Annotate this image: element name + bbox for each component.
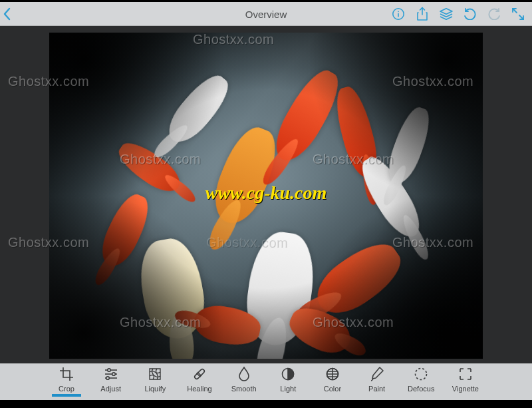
tool-label: Smooth xyxy=(231,385,257,393)
tool-label: Adjust xyxy=(100,385,121,393)
bottom-toolbar: Crop Adjust Liquify Healing Smooth xyxy=(0,363,532,400)
svg-point-17 xyxy=(416,369,427,380)
chevron-left-icon xyxy=(3,7,12,21)
tool-label: Liquify xyxy=(144,385,166,393)
fullscreen-icon xyxy=(511,7,525,21)
top-toolbar: Overview xyxy=(0,2,532,26)
share-button[interactable] xyxy=(415,7,430,21)
tool-label: Vignette xyxy=(452,385,479,393)
svg-point-9 xyxy=(112,373,115,376)
back-button[interactable] xyxy=(0,7,15,21)
light-icon xyxy=(281,367,295,381)
tool-liquify[interactable]: Liquify xyxy=(135,366,175,393)
tool-label: Paint xyxy=(368,385,385,393)
tool-label: Light xyxy=(280,385,296,393)
fullscreen-button[interactable] xyxy=(511,7,525,21)
app-panel: Overview xyxy=(0,2,532,400)
tool-crop[interactable]: Crop xyxy=(47,366,86,393)
info-button[interactable] xyxy=(391,7,406,21)
smooth-icon xyxy=(237,366,251,382)
tool-adjust[interactable]: Adjust xyxy=(91,366,131,393)
healing-icon xyxy=(192,366,207,382)
vignette-icon xyxy=(458,367,473,381)
layers-button[interactable] xyxy=(439,7,454,21)
undo-icon xyxy=(463,8,477,20)
info-icon xyxy=(392,7,405,21)
tool-vignette[interactable]: Vignette xyxy=(446,366,485,393)
color-icon xyxy=(325,367,340,381)
share-icon xyxy=(416,7,429,21)
liquify-icon xyxy=(148,367,162,381)
redo-icon xyxy=(487,8,501,20)
paint-icon xyxy=(370,366,384,382)
image-canvas[interactable] xyxy=(49,33,483,359)
tool-healing[interactable]: Healing xyxy=(180,366,219,393)
tool-label: Color xyxy=(324,385,341,393)
adjust-icon xyxy=(103,367,119,381)
tool-smooth[interactable]: Smooth xyxy=(224,366,264,393)
undo-button[interactable] xyxy=(463,7,477,21)
tool-label: Healing xyxy=(187,385,211,393)
tool-color[interactable]: Color xyxy=(313,366,352,393)
layers-icon xyxy=(439,7,454,21)
tool-paint[interactable]: Paint xyxy=(357,366,397,393)
crop-icon xyxy=(59,367,74,381)
tool-defocus[interactable]: Defocus xyxy=(401,366,441,393)
tool-label: Crop xyxy=(59,385,74,393)
svg-point-11 xyxy=(106,377,109,380)
svg-point-7 xyxy=(107,369,110,372)
tool-light[interactable]: Light xyxy=(268,366,308,393)
svg-point-1 xyxy=(398,11,399,12)
svg-marker-3 xyxy=(440,9,452,14)
defocus-icon xyxy=(414,367,428,381)
tool-label: Defocus xyxy=(408,385,434,393)
redo-button[interactable] xyxy=(487,7,501,21)
canvas-area xyxy=(0,26,532,363)
